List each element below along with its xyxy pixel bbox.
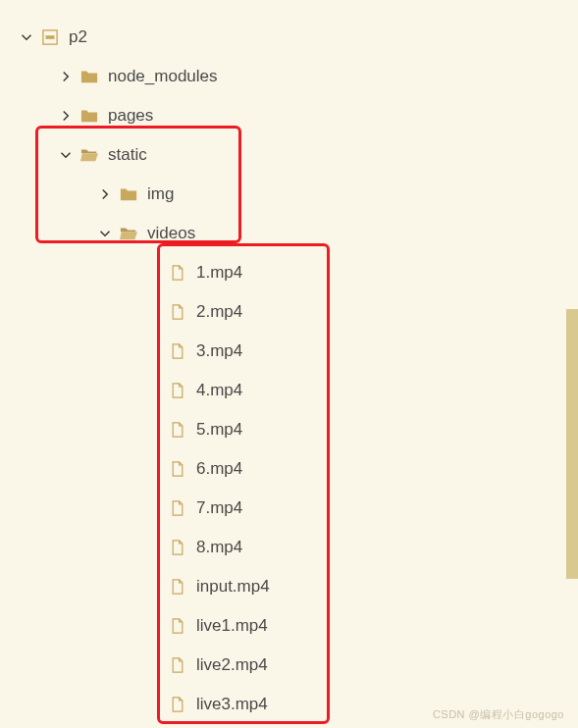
node-label: videos <box>147 224 195 243</box>
node-label: node_modules <box>108 67 218 86</box>
chevron-right-icon <box>98 187 112 201</box>
folder-open-icon <box>120 225 137 242</box>
folder-icon <box>120 185 137 203</box>
folder-open-icon <box>80 146 98 164</box>
watermark-text: CSDN @编程小白gogogo <box>433 707 564 722</box>
node-label: 2.mp4 <box>196 302 242 322</box>
node-label: static <box>108 145 147 165</box>
tree-node-file[interactable]: 3.mp4 <box>0 332 578 371</box>
file-tree: p2 node_modules pages static img videos … <box>0 0 578 724</box>
tree-node-file[interactable]: input.mp4 <box>0 567 578 606</box>
tree-node-file[interactable]: live2.mp4 <box>0 646 578 685</box>
tree-node-node-modules[interactable]: node_modules <box>0 57 578 96</box>
node-label: 1.mp4 <box>196 263 242 283</box>
node-label: live2.mp4 <box>196 655 268 675</box>
file-icon <box>169 499 186 517</box>
node-label: 3.mp4 <box>196 341 242 361</box>
node-label: 5.mp4 <box>196 420 242 440</box>
file-icon <box>169 696 186 713</box>
node-label: 4.mp4 <box>196 381 242 400</box>
file-icon <box>169 303 186 321</box>
node-label: 8.mp4 <box>196 538 242 557</box>
file-icon <box>169 460 186 478</box>
tree-node-file[interactable]: live1.mp4 <box>0 606 578 646</box>
node-label: live3.mp4 <box>196 695 268 714</box>
tree-node-file[interactable]: 2.mp4 <box>0 292 578 332</box>
tree-node-file[interactable]: 1.mp4 <box>0 253 578 292</box>
file-icon <box>169 382 186 399</box>
folder-icon <box>80 107 98 125</box>
file-icon <box>169 617 186 635</box>
node-label: live1.mp4 <box>196 616 268 636</box>
project-icon <box>41 28 59 46</box>
file-icon <box>169 342 186 360</box>
tree-node-file[interactable]: 8.mp4 <box>0 528 578 567</box>
scrollbar-thumb[interactable] <box>566 309 578 579</box>
file-icon <box>169 539 186 556</box>
tree-node-pages[interactable]: pages <box>0 96 578 135</box>
chevron-down-icon <box>98 227 112 240</box>
file-icon <box>169 578 186 596</box>
tree-node-p2[interactable]: p2 <box>0 18 578 57</box>
chevron-right-icon <box>59 70 73 83</box>
tree-node-videos[interactable]: videos <box>0 214 578 253</box>
node-label: pages <box>108 106 153 126</box>
chevron-right-icon <box>59 109 73 123</box>
tree-node-file[interactable]: 7.mp4 <box>0 489 578 528</box>
tree-node-file[interactable]: 4.mp4 <box>0 371 578 410</box>
chevron-down-icon <box>20 30 33 44</box>
tree-node-img[interactable]: img <box>0 175 578 214</box>
node-label: img <box>147 184 174 204</box>
node-label: p2 <box>69 27 87 47</box>
file-icon <box>169 421 186 439</box>
folder-icon <box>80 68 98 85</box>
tree-node-file[interactable]: 6.mp4 <box>0 449 578 489</box>
file-icon <box>169 656 186 674</box>
node-label: 7.mp4 <box>196 498 242 518</box>
chevron-down-icon <box>59 148 73 162</box>
tree-node-static[interactable]: static <box>0 135 578 175</box>
node-label: input.mp4 <box>196 577 270 597</box>
file-icon <box>169 264 186 282</box>
node-label: 6.mp4 <box>196 459 242 479</box>
tree-node-file[interactable]: 5.mp4 <box>0 410 578 449</box>
